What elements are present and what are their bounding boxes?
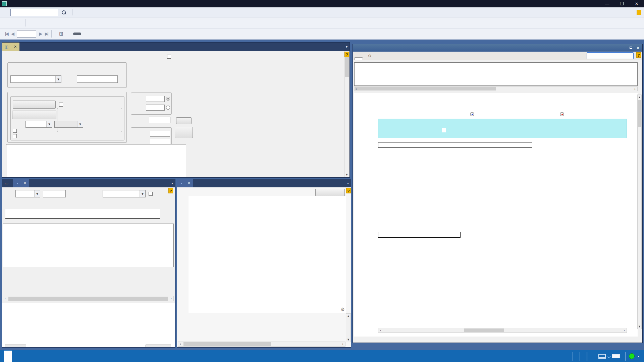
close-icon[interactable]: ✕ bbox=[14, 45, 17, 49]
import-comtrade-button[interactable] bbox=[13, 101, 56, 109]
setting-subtab[interactable]: ⚙ bbox=[364, 52, 376, 60]
help-badge[interactable]: ? bbox=[636, 52, 641, 58]
reset-button[interactable] bbox=[176, 117, 192, 124]
close-icon[interactable]: ✕ bbox=[636, 46, 640, 50]
state-toolbar: |◀ ◀ ▶ ▶| ⊞ bbox=[0, 28, 644, 40]
window-titlebar: — ❐ ✕ bbox=[0, 0, 644, 7]
chevron-down-icon[interactable]: ▾ bbox=[346, 45, 347, 49]
state-type-group bbox=[7, 62, 127, 88]
export-comtrade-button[interactable] bbox=[587, 52, 634, 59]
sampling-rate-group bbox=[131, 93, 172, 115]
characteristic-icon: ◔ bbox=[180, 181, 182, 185]
signal-view-panel: ✕ ⚙ ? ›‹ bbox=[353, 44, 643, 343]
measurement-view-panel: ▭ ◔ ✕ ▾ ? bbox=[2, 179, 175, 348]
waveform-area[interactable]: ‹› bbox=[354, 93, 638, 337]
import-comtrade-list-button[interactable] bbox=[12, 111, 56, 119]
cursor1-handle[interactable] bbox=[470, 112, 474, 116]
gear-icon[interactable]: ⚙ bbox=[340, 307, 345, 312]
detail-view-tab[interactable]: ◫ ✕ bbox=[2, 43, 19, 51]
original-rate-field[interactable] bbox=[146, 96, 165, 102]
original-show-radio[interactable] bbox=[166, 97, 170, 101]
divider bbox=[72, 9, 72, 15]
characteristic-hscrollbar[interactable]: ‹› bbox=[178, 342, 345, 347]
inject-show-radio[interactable] bbox=[166, 106, 170, 110]
export-csv-button[interactable] bbox=[315, 189, 345, 196]
measurement-hscrollbar[interactable]: ‹› bbox=[3, 296, 174, 301]
cursor2-handle[interactable] bbox=[560, 112, 564, 116]
current-scale-field[interactable] bbox=[146, 345, 171, 347]
first-page-icon[interactable]: |◀ bbox=[5, 32, 8, 36]
characteristic-view-tab[interactable]: ◔ ✕ bbox=[177, 179, 193, 187]
cursor-time-field[interactable] bbox=[43, 190, 66, 197]
sync-icon[interactable] bbox=[6, 19, 14, 27]
ruler-icon: ▭ bbox=[5, 181, 8, 186]
characteristic-vscrollbar[interactable]: ▲▼ bbox=[346, 313, 351, 342]
menu-bar bbox=[0, 7, 644, 17]
close-icon[interactable]: ✕ bbox=[187, 181, 191, 185]
comtrade-file-group bbox=[10, 96, 124, 140]
state-name-input[interactable] bbox=[77, 75, 118, 83]
signal-view-subtab[interactable] bbox=[354, 57, 363, 60]
app-icon bbox=[2, 1, 7, 6]
search-icon[interactable] bbox=[61, 10, 66, 15]
vector-view-tab[interactable]: ◔ ✕ bbox=[13, 179, 29, 187]
time-slider[interactable] bbox=[5, 200, 163, 222]
help-badge[interactable]: ? bbox=[168, 188, 173, 193]
errors-group bbox=[57, 108, 122, 132]
close-icon[interactable]: ✕ bbox=[629, 1, 644, 6]
reference-signal-dropdown[interactable] bbox=[103, 190, 146, 197]
type-dropdown[interactable] bbox=[15, 190, 40, 197]
close-icon[interactable]: ✕ bbox=[23, 181, 26, 185]
measurement-view-tab[interactable]: ▭ bbox=[2, 179, 13, 187]
inject-rate-field[interactable] bbox=[146, 105, 165, 111]
next-page-icon[interactable]: ▶ bbox=[39, 32, 42, 36]
current-chart bbox=[354, 239, 638, 321]
last-page-icon[interactable]: ▶| bbox=[45, 32, 48, 36]
characteristic-view-panel: ◔ ✕ ▾ ? ⚙ bbox=[177, 179, 351, 348]
select-all-channel-checkbox[interactable] bbox=[13, 129, 18, 133]
help-badge[interactable]: ? bbox=[346, 188, 351, 193]
c1-indicator[interactable] bbox=[4, 351, 12, 362]
dock-icon[interactable]: ⊞ bbox=[57, 30, 65, 38]
gear-icon: ⚙ bbox=[368, 54, 372, 58]
device-connection-icon bbox=[598, 354, 620, 359]
chevron-down-icon[interactable]: ▾ bbox=[171, 181, 173, 185]
maximize-icon[interactable]: ❐ bbox=[614, 1, 629, 6]
advanced-view-checkbox[interactable] bbox=[167, 55, 173, 59]
show-checkbox[interactable] bbox=[149, 192, 154, 196]
voltage-chart bbox=[354, 149, 638, 230]
signal-vscrollbar[interactable]: ▲▼ bbox=[637, 95, 642, 329]
chevron-down-icon[interactable]: ▾ bbox=[638, 355, 639, 358]
page-indicator[interactable] bbox=[17, 30, 36, 38]
amt-status-icon bbox=[629, 353, 635, 359]
overview-band[interactable] bbox=[378, 119, 627, 138]
state-type-dropdown[interactable] bbox=[10, 75, 61, 83]
voltage-scale-field[interactable] bbox=[5, 345, 26, 347]
vector-icon: ◔ bbox=[16, 181, 18, 185]
main-toolbar bbox=[0, 17, 644, 28]
impedance-plot: ⚙ bbox=[189, 196, 346, 313]
detail-scrollbar[interactable]: ▲▼ bbox=[344, 51, 350, 177]
simulation-checkbox[interactable] bbox=[59, 103, 65, 107]
chevron-down-icon[interactable]: ▾ bbox=[347, 181, 349, 185]
vector-polar-chart bbox=[2, 303, 175, 347]
start-time-field[interactable] bbox=[150, 131, 170, 137]
help-badge[interactable] bbox=[637, 10, 641, 15]
prev-page-icon[interactable]: ◀ bbox=[11, 32, 14, 36]
limit-value-checkbox[interactable] bbox=[13, 134, 18, 138]
detail-view-panel: ◫ ✕ ▾ bbox=[2, 42, 350, 178]
current-state-button[interactable] bbox=[73, 33, 81, 35]
transient-setting-group bbox=[7, 92, 127, 143]
minimize-icon[interactable]: — bbox=[600, 1, 614, 6]
harmonic-dropdown[interactable] bbox=[54, 121, 83, 128]
status-bar: ▾ bbox=[0, 350, 644, 362]
search-input[interactable] bbox=[10, 9, 58, 16]
frequency-field[interactable] bbox=[149, 117, 170, 123]
fan-icon[interactable] bbox=[15, 19, 23, 27]
apply-trackbars-button[interactable] bbox=[175, 127, 193, 138]
calc-by-dropdown[interactable] bbox=[25, 121, 52, 128]
help-badge[interactable]: ? bbox=[344, 52, 349, 57]
cursor-table-hscrollbar[interactable]: ›‹ bbox=[354, 86, 638, 91]
pin-icon[interactable] bbox=[630, 47, 632, 49]
waveform-hscrollbar[interactable]: ‹› bbox=[378, 328, 627, 333]
